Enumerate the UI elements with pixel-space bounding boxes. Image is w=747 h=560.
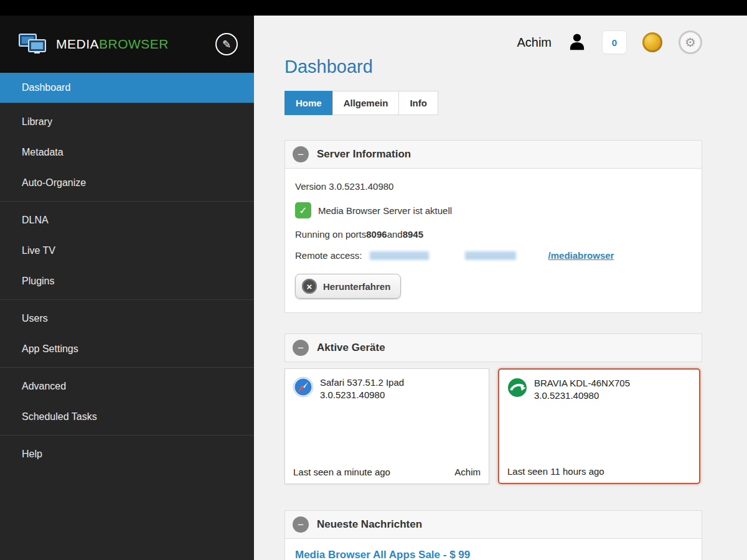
sidebar-item-help[interactable]: Help: [0, 439, 254, 469]
news-headline-link[interactable]: Media Browser All Apps Sale - $ 99: [295, 549, 470, 560]
sidebar-item-dlna[interactable]: DLNA: [0, 205, 254, 235]
sidebar: MEDIABROWSER ✎ Dashboard Library Metadat…: [0, 16, 254, 560]
sidebar-item-library[interactable]: Library: [0, 106, 254, 137]
device-version: 3.0.5231.40980: [320, 389, 404, 401]
device-last-seen: Last seen 11 hours ago: [507, 466, 604, 477]
nav-group: Advanced Scheduled Tasks: [0, 367, 254, 435]
remote-access-line: Remote access: /mediabrowser: [295, 250, 692, 261]
tab-allgemein[interactable]: Allgemein: [332, 91, 400, 115]
app-window: MEDIABROWSER ✎ Dashboard Library Metadat…: [0, 16, 747, 560]
active-devices-header: − Aktive Geräte: [284, 334, 702, 362]
device-card-top: Safari 537.51.2 Ipad 3.0.5231.40980: [285, 369, 489, 409]
nav-group: Dashboard: [0, 73, 254, 103]
sidebar-item-live-tv[interactable]: Live TV: [0, 235, 254, 266]
logo-row: MEDIABROWSER ✎: [0, 16, 254, 73]
tab-home[interactable]: Home: [284, 91, 333, 115]
device-footer: Last seen 11 hours ago: [499, 460, 699, 483]
sidebar-item-plugins[interactable]: Plugins: [0, 266, 254, 296]
sidebar-item-advanced[interactable]: Advanced: [0, 371, 254, 401]
ports-prefix: Running on ports: [295, 229, 366, 240]
current-username[interactable]: Achim: [517, 35, 552, 50]
top-black-bar: [0, 0, 747, 16]
latest-news-header: − Neueste Nachrichten: [284, 510, 702, 539]
device-user: Achim: [454, 467, 481, 477]
device-cards-row: Safari 537.51.2 Ipad 3.0.5231.40980 Last…: [284, 362, 702, 484]
device-last-seen: Last seen a minute ago: [293, 467, 390, 477]
sidebar-item-users[interactable]: Users: [0, 303, 254, 334]
active-devices-panel: − Aktive Geräte: [284, 334, 702, 484]
ports-separator: and: [387, 229, 403, 240]
shutdown-close-icon: ×: [302, 279, 317, 294]
notifications-badge[interactable]: 0: [603, 31, 626, 54]
edit-pencil-icon[interactable]: ✎: [215, 33, 238, 55]
remote-access-label: Remote access:: [295, 250, 362, 261]
remote-access-link-redacted-1[interactable]: [370, 251, 429, 259]
sidebar-item-dashboard[interactable]: Dashboard: [0, 73, 254, 103]
server-information-panel: − Server Information Version 3.0.5231.40…: [284, 140, 702, 313]
tab-bar: Home Allgemein Info: [284, 91, 702, 115]
nav-group: Help: [0, 435, 254, 472]
server-status-row: ✓ Media Browser Server ist aktuell: [295, 202, 692, 218]
device-footer: Last seen a minute ago Achim: [285, 460, 489, 483]
device-lines: Safari 537.51.2 Ipad 3.0.5231.40980: [320, 376, 404, 401]
device-card-top: BRAVIA KDL-46NX705 3.0.5231.40980: [499, 370, 699, 409]
logo-text: MEDIABROWSER: [56, 37, 215, 52]
latest-news-title: Neueste Nachrichten: [317, 518, 422, 531]
server-information-body: Version 3.0.5231.40980 ✓ Media Browser S…: [284, 169, 702, 313]
page-title: Dashboard: [284, 57, 702, 77]
device-name: Safari 537.51.2 Ipad: [320, 376, 404, 389]
latest-news-body: Media Browser All Apps Sale - $ 99: [284, 539, 702, 560]
nav-group: Users App Settings: [0, 299, 254, 367]
sidebar-item-auto-organize[interactable]: Auto-Organize: [0, 167, 254, 198]
tab-info[interactable]: Info: [398, 91, 438, 115]
shutdown-button[interactable]: × Herunterfahren: [295, 274, 401, 299]
server-information-title: Server Information: [317, 148, 411, 161]
bravia-device-icon: [507, 377, 528, 402]
sidebar-item-metadata[interactable]: Metadata: [0, 137, 254, 167]
main-content: Achim 0 ⚙ Dashboard Home Allgemein Info …: [254, 16, 747, 560]
sidebar-nav: Dashboard Library Metadata Auto-Organize…: [0, 73, 254, 472]
device-card-safari[interactable]: Safari 537.51.2 Ipad 3.0.5231.40980 Last…: [284, 368, 489, 484]
check-icon: ✓: [295, 202, 311, 218]
logo-browser: BROWSER: [99, 37, 169, 51]
collapse-minus-icon[interactable]: −: [293, 146, 309, 162]
ports-line: Running on ports 8096 and 8945: [295, 229, 692, 240]
nav-group: DLNA Live TV Plugins: [0, 201, 254, 299]
device-lines: BRAVIA KDL-46NX705 3.0.5231.40980: [534, 377, 630, 402]
user-person-icon[interactable]: [568, 32, 586, 52]
safari-browser-icon: [293, 376, 314, 401]
sidebar-item-scheduled-tasks[interactable]: Scheduled Tasks: [0, 401, 254, 432]
port-number-1: 8096: [366, 229, 387, 240]
header-user-row: Achim 0 ⚙: [284, 16, 702, 55]
active-devices-title: Aktive Geräte: [317, 342, 385, 354]
nav-group: Library Metadata Auto-Organize: [0, 103, 254, 201]
shutdown-label: Herunterfahren: [323, 281, 390, 292]
device-card-bravia[interactable]: BRAVIA KDL-46NX705 3.0.5231.40980 Last s…: [498, 368, 700, 484]
remote-access-link-redacted-2[interactable]: [465, 251, 516, 259]
device-name: BRAVIA KDL-46NX705: [534, 377, 630, 390]
remote-access-link[interactable]: /mediabrowser: [548, 250, 614, 261]
server-version: Version 3.0.5231.40980: [295, 181, 692, 192]
premium-coin-icon[interactable]: [642, 32, 662, 52]
mediabrowser-logo-icon: [17, 33, 47, 55]
server-information-header: − Server Information: [284, 140, 702, 169]
latest-news-panel: − Neueste Nachrichten Media Browser All …: [284, 510, 702, 560]
sidebar-item-app-settings[interactable]: App Settings: [0, 334, 254, 364]
collapse-minus-icon[interactable]: −: [293, 516, 309, 533]
collapse-minus-icon[interactable]: −: [293, 340, 309, 356]
logo-media: MEDIA: [56, 37, 99, 51]
port-number-2: 8945: [403, 229, 423, 240]
settings-gear-icon[interactable]: ⚙: [679, 30, 702, 54]
device-version: 3.0.5231.40980: [534, 390, 630, 402]
server-status-text: Media Browser Server ist aktuell: [318, 205, 452, 216]
